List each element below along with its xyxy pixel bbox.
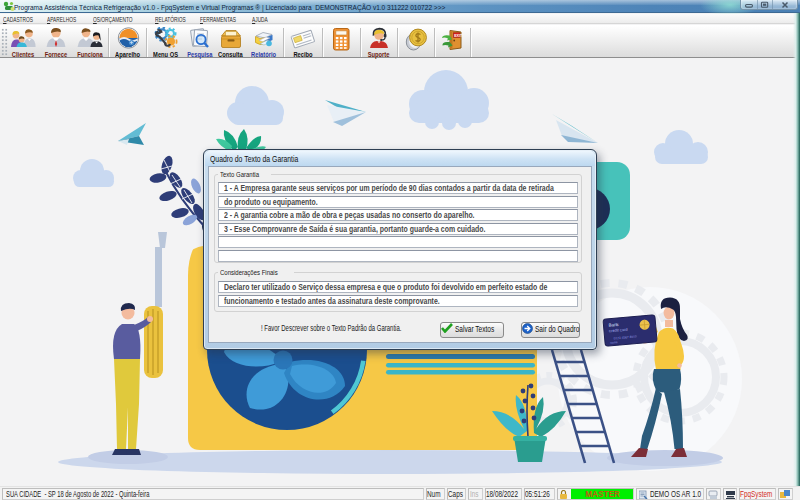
svg-text:EXIT: EXIT [454, 34, 463, 38]
svg-text:name: name [610, 340, 618, 345]
